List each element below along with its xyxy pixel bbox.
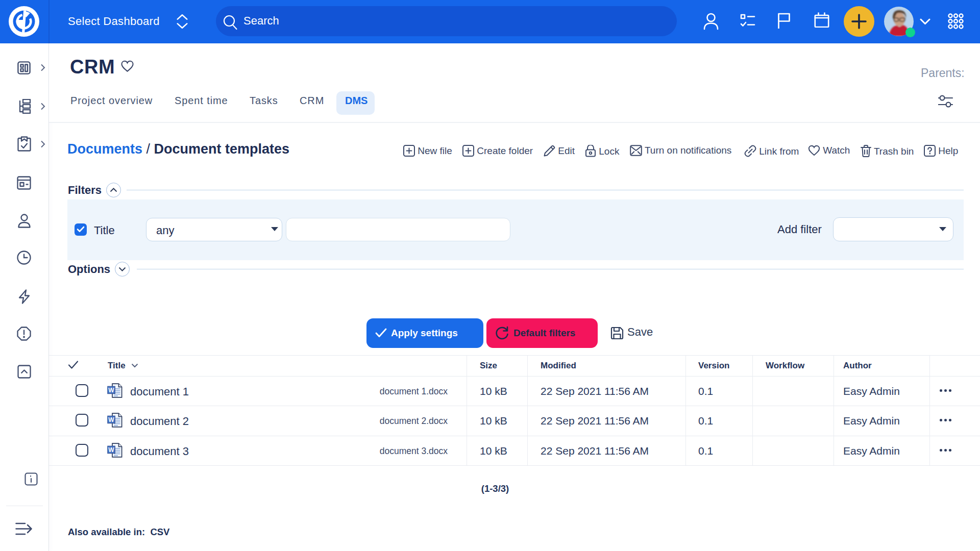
svg-text:W: W [108, 387, 114, 394]
svg-text:W: W [108, 446, 114, 454]
svg-text:W: W [108, 416, 114, 423]
